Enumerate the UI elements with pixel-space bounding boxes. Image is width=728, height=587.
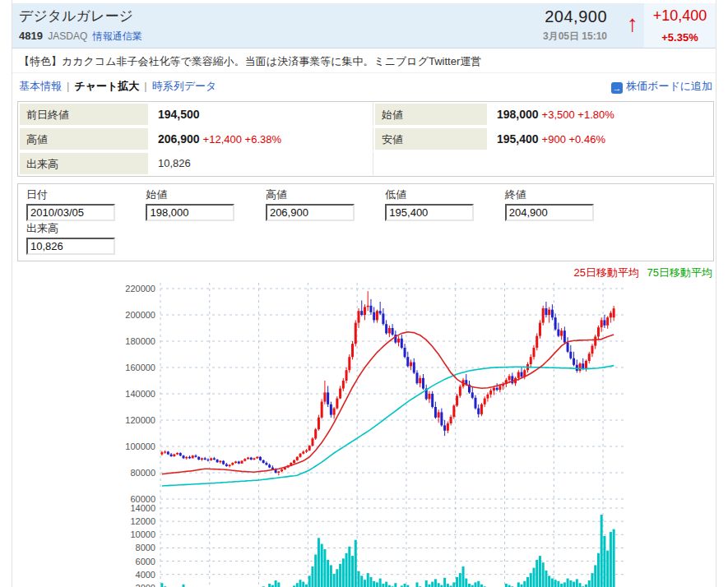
tab-basic-info[interactable]: 基本情報: [19, 80, 62, 92]
svg-text:8000: 8000: [136, 543, 155, 552]
svg-text:160000: 160000: [125, 363, 155, 372]
date-field-group: 日付: [26, 187, 142, 221]
volume-field-label: 出来高: [26, 221, 142, 236]
open-field-group: 始値: [146, 187, 262, 221]
price-datetime: 3月05日 15:10: [543, 30, 607, 44]
svg-text:6000: 6000: [136, 557, 155, 566]
volume-label: 出来高: [18, 151, 150, 176]
stock-name: デジタルガレージ: [19, 7, 142, 25]
stock-code: 4819: [19, 30, 43, 42]
table-row: 高値 206,900+12,400 +6.38% 安値 195,400+900 …: [18, 127, 713, 151]
chart-area: 2200002000001800001600001400001200001000…: [12, 280, 716, 587]
low-label: 安値: [373, 127, 489, 151]
price-change: +10,400: [644, 7, 716, 25]
high-change: +12,400 +6.38%: [203, 133, 281, 146]
page-content: デジタルガレージ 4819 JASDAQ 情報通信業 204,900 3月05日…: [12, 0, 716, 587]
svg-text:14000: 14000: [130, 503, 155, 513]
ma-legend: 25日移動平均 75日移動平均: [12, 261, 716, 280]
svg-text:4000: 4000: [136, 570, 155, 580]
industry-link[interactable]: 情報通信業: [93, 30, 142, 42]
ma75-legend-label: 75日移動平均: [647, 266, 712, 279]
open-value: 198,000: [497, 108, 539, 121]
open-change: +3,500 +1.80%: [542, 109, 614, 121]
svg-text:10000: 10000: [130, 529, 155, 539]
svg-text:140000: 140000: [125, 389, 155, 399]
empty-cell: [373, 151, 713, 176]
nav-separator: |: [144, 80, 146, 92]
high-input[interactable]: [266, 204, 355, 221]
volume-field-group: 出来高: [26, 221, 142, 255]
table-row: 出来高 10,826: [18, 151, 713, 176]
company-feature-text: 【特色】カカクコム非子会社化等で業容縮小。当面は決済事業等に集中。ミニブログTw…: [12, 49, 716, 73]
high-label: 高値: [18, 127, 150, 151]
stock-identity: デジタルガレージ 4819 JASDAQ 情報通信業: [19, 7, 142, 44]
close-field-label: 終値: [505, 187, 621, 202]
price-up-arrow-icon: ↑: [627, 11, 638, 37]
tab-time-series[interactable]: 時系列データ: [152, 80, 217, 92]
date-input[interactable]: [26, 204, 115, 221]
low-value: 195,400: [497, 132, 539, 146]
high-field-group: 高値: [266, 187, 382, 221]
add-board-arrow-icon[interactable]: →: [611, 82, 623, 94]
ohlc-form: 日付 始値 高値 低値 終値 出来高: [17, 183, 714, 261]
stock-header: デジタルガレージ 4819 JASDAQ 情報通信業 204,900 3月05日…: [12, 3, 716, 49]
svg-text:180000: 180000: [125, 336, 155, 346]
price-change-percent: +5.35%: [644, 31, 716, 44]
open-field-label: 始値: [146, 187, 262, 202]
low-field-label: 低値: [385, 187, 501, 202]
open-label: 始値: [373, 102, 489, 127]
table-row: 前日終値 194,500 始値 198,000+3,500 +1.80%: [18, 102, 713, 127]
ma25-legend-label: 25日移動平均: [573, 266, 638, 279]
date-label: 日付: [26, 187, 142, 202]
svg-text:120000: 120000: [125, 415, 155, 425]
low-input[interactable]: [385, 204, 474, 221]
stock-nav: 基本情報|チャート拡大|時系列データ →株価ボードに追加: [12, 73, 716, 97]
svg-text:12000: 12000: [130, 516, 155, 526]
close-input[interactable]: [505, 204, 594, 221]
volume-input[interactable]: [26, 238, 115, 255]
nav-separator: |: [67, 80, 69, 92]
low-change: +900 +0.46%: [542, 133, 605, 146]
open-input[interactable]: [146, 204, 234, 221]
close-field-group: 終値: [505, 187, 621, 221]
prev-close-label: 前日終値: [18, 102, 150, 127]
svg-text:2000: 2000: [136, 583, 155, 587]
low-field-group: 低値: [385, 187, 501, 221]
volume-value: 10,826: [158, 157, 191, 169]
prev-close-value: 194,500: [158, 108, 200, 121]
stock-market: JASDAQ: [48, 30, 87, 42]
svg-text:200000: 200000: [125, 310, 155, 320]
svg-text:100000: 100000: [125, 441, 155, 451]
change-panel: +10,400 +5.35%: [644, 3, 716, 48]
high-value: 206,900: [158, 132, 200, 146]
price-summary-table: 前日終値 194,500 始値 198,000+3,500 +1.80% 高値 …: [17, 101, 714, 177]
tab-chart-expand[interactable]: チャート拡大: [74, 80, 139, 92]
current-price-block: 204,900 3月05日 15:10: [543, 7, 607, 44]
high-field-label: 高値: [266, 187, 382, 202]
stock-candlestick-chart: 2200002000001800001600001400001200001000…: [12, 280, 716, 587]
svg-text:80000: 80000: [130, 468, 155, 478]
add-board-link[interactable]: 株価ボードに追加: [626, 80, 712, 92]
current-price: 204,900: [543, 7, 607, 26]
svg-text:220000: 220000: [125, 284, 155, 294]
